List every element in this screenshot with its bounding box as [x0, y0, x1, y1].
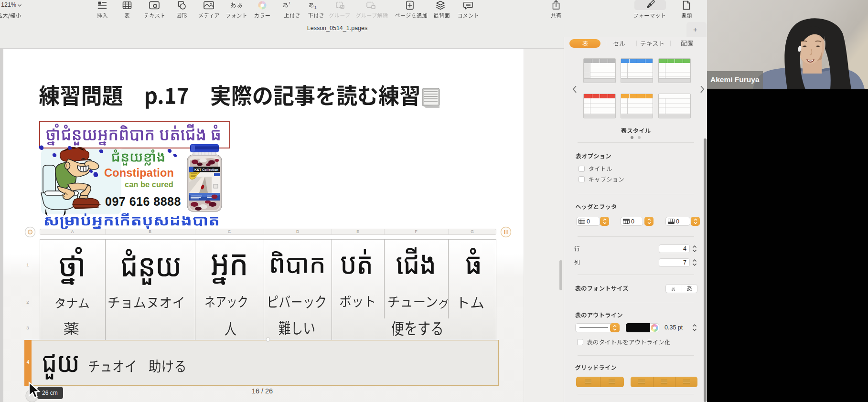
svg-text:K&T Collection: K&T Collection	[194, 168, 218, 171]
